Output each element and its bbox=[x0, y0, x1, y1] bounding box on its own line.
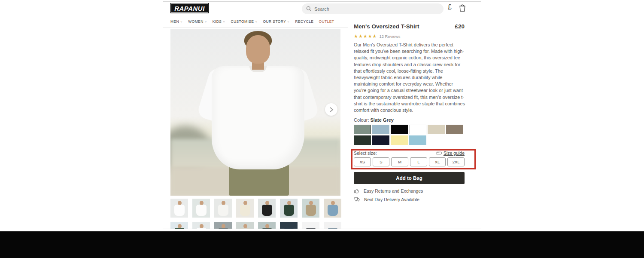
main-nav: MEN⌄ WOMEN⌄ KIDS⌄ CUSTOMISE⌄ OUR STORY⌄ … bbox=[170, 19, 334, 24]
nav-item-men[interactable]: MEN⌄ bbox=[170, 19, 183, 24]
colour-swatch[interactable] bbox=[446, 125, 463, 134]
half-star-icon: ★★ bbox=[373, 34, 377, 39]
benefit-label: Easy Returns and Exchanges bbox=[364, 188, 423, 194]
colour-swatch[interactable] bbox=[391, 125, 408, 134]
add-to-bag-button[interactable]: Add to Bag bbox=[354, 172, 465, 184]
page: RAPANUI £ MEN⌄ WOMEN⌄ KIDS⌄ CUSTOMISE⌄ O… bbox=[0, 0, 644, 258]
nav-item-kids[interactable]: KIDS⌄ bbox=[213, 19, 226, 24]
star-icon: ★ bbox=[354, 34, 358, 39]
size-button-xs[interactable]: XS bbox=[354, 157, 371, 166]
top-divider bbox=[163, 1, 481, 2]
star-icon: ★ bbox=[358, 34, 363, 39]
size-guide-link[interactable]: Size guide bbox=[436, 150, 465, 156]
benefit-label: Next Day Delivery Available bbox=[364, 197, 419, 202]
thumbs-up-icon bbox=[354, 188, 360, 194]
shopping-bag-icon[interactable] bbox=[459, 3, 466, 14]
search-bar[interactable] bbox=[302, 3, 444, 14]
site-screenshot: RAPANUI £ MEN⌄ WOMEN⌄ KIDS⌄ CUSTOMISE⌄ O… bbox=[163, 0, 481, 229]
carousel-next-button[interactable] bbox=[325, 103, 337, 116]
colour-swatches bbox=[354, 125, 465, 145]
thumb-shirt bbox=[328, 205, 338, 216]
colour-swatch[interactable] bbox=[391, 135, 408, 145]
colour-swatch[interactable] bbox=[354, 125, 371, 134]
star-icon: ★ bbox=[368, 34, 372, 39]
product-title-row: Men's Oversized T-Shirt £20 bbox=[354, 23, 465, 30]
rapanui-logo[interactable]: RAPANUI bbox=[170, 3, 209, 13]
nav-divider bbox=[163, 28, 348, 28]
size-options: XS S M L XL 2XL bbox=[354, 157, 465, 166]
nav-item-women[interactable]: WOMEN⌄ bbox=[188, 19, 207, 24]
size-header: Select size: Size guide bbox=[354, 150, 465, 156]
colour-swatch[interactable] bbox=[409, 135, 426, 145]
size-button-m[interactable]: M bbox=[391, 157, 408, 166]
colour-swatch[interactable] bbox=[372, 125, 389, 134]
thumbnail[interactable] bbox=[258, 199, 276, 218]
thumb-shirt bbox=[218, 205, 228, 216]
nav-item-recycle[interactable]: RECYCLE bbox=[295, 19, 313, 24]
size-button-s[interactable]: S bbox=[373, 157, 390, 166]
thumb-shirt bbox=[174, 205, 185, 216]
chevron-down-icon: ⌄ bbox=[287, 20, 290, 23]
star-icon: ★ bbox=[363, 34, 368, 39]
size-button-l[interactable]: L bbox=[410, 157, 427, 166]
product-rating[interactable]: ★★★★★★ 12 Reviews bbox=[354, 34, 400, 39]
thumb-shirt bbox=[196, 205, 207, 216]
thumb-shirt bbox=[306, 205, 316, 216]
size-button-2xl[interactable]: 2XL bbox=[447, 157, 465, 166]
thumb-shirt bbox=[262, 205, 272, 216]
chevron-down-icon: ⌄ bbox=[180, 20, 183, 23]
thumbnail[interactable] bbox=[324, 199, 341, 218]
thumbnail[interactable] bbox=[170, 199, 188, 218]
product-price: £20 bbox=[455, 23, 465, 30]
colour-swatch[interactable] bbox=[372, 135, 389, 145]
thumb-shirt bbox=[240, 205, 250, 216]
colour-swatch[interactable] bbox=[354, 135, 371, 145]
thumbnail[interactable] bbox=[192, 199, 210, 218]
benefit-returns: Easy Returns and Exchanges bbox=[354, 188, 423, 194]
chevron-down-icon: ⌄ bbox=[204, 20, 207, 23]
colour-swatch[interactable] bbox=[409, 125, 426, 134]
nav-item-customise[interactable]: CUSTOMISE⌄ bbox=[231, 19, 258, 24]
search-icon bbox=[306, 6, 312, 12]
white-tshirt bbox=[212, 66, 304, 169]
thumbnail[interactable] bbox=[302, 199, 319, 218]
colour-label: Colour: Slate Grey bbox=[354, 117, 394, 123]
colour-value: Slate Grey bbox=[371, 117, 394, 123]
bottom-divider bbox=[163, 228, 481, 228]
thumb-shirt bbox=[284, 205, 294, 216]
ruler-icon bbox=[436, 151, 442, 155]
model-face bbox=[246, 35, 270, 64]
star-rating: ★★★★★★ bbox=[354, 34, 377, 39]
product-description: Our Men's Oversized T-Shirt delivers the… bbox=[354, 42, 465, 114]
product-title: Men's Oversized T-Shirt bbox=[354, 23, 419, 30]
select-size-label: Select size: bbox=[354, 150, 377, 156]
product-main-image[interactable] bbox=[170, 29, 340, 196]
reviews-count[interactable]: 12 Reviews bbox=[379, 34, 400, 39]
nav-item-our-story[interactable]: OUR STORY⌄ bbox=[263, 19, 290, 24]
benefit-delivery: Next Day Delivery Available bbox=[354, 197, 419, 202]
thumbnail[interactable] bbox=[214, 199, 232, 218]
thumbnail[interactable] bbox=[236, 199, 254, 218]
colour-swatch[interactable] bbox=[428, 125, 445, 134]
search-input[interactable] bbox=[314, 6, 439, 12]
footer-bar: Offshore Marketers offshoremarketers.com bbox=[0, 231, 644, 258]
chevron-right-icon bbox=[329, 107, 334, 113]
size-button-xl[interactable]: XL bbox=[429, 157, 446, 166]
thumbnail[interactable] bbox=[280, 199, 298, 218]
thumbnail-row-1 bbox=[170, 199, 341, 218]
delivery-truck-icon bbox=[354, 197, 360, 202]
chevron-down-icon: ⌄ bbox=[255, 20, 258, 23]
nav-item-outlet[interactable]: OUTLET bbox=[319, 19, 334, 24]
chevron-down-icon: ⌄ bbox=[222, 20, 225, 23]
currency-selector[interactable]: £ bbox=[448, 3, 452, 11]
